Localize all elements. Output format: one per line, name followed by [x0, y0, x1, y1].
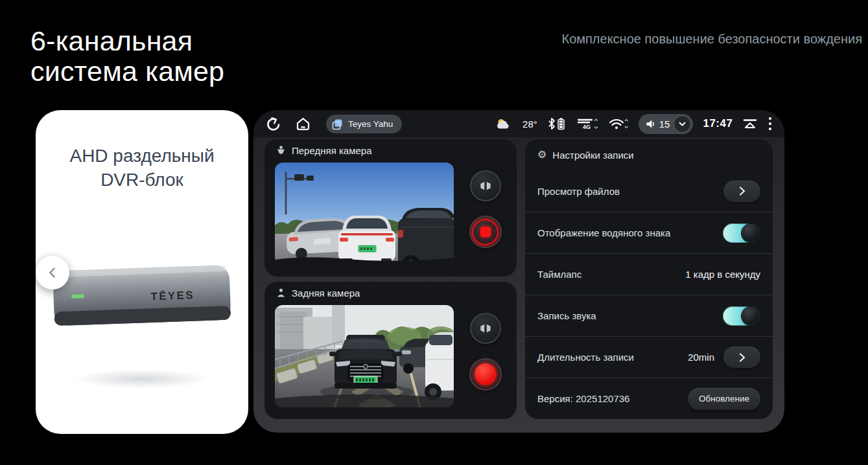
toggle-knob — [742, 224, 760, 242]
row-label: Запись звука — [537, 310, 596, 321]
page: 6-канальная система камер Комплексное по… — [0, 0, 868, 465]
rear-camera-title: Задняя камера — [292, 288, 360, 299]
speaker-icon — [646, 119, 655, 129]
front-camera-flip-button[interactable] — [470, 170, 501, 201]
settings-row-duration: Длительность записи 20min — [525, 336, 773, 378]
collapse-icon — [742, 118, 758, 130]
front-camera-feed[interactable] — [275, 163, 454, 265]
page-title: 6-канальная система камер — [30, 26, 224, 87]
front-camera-title: Передняя камера — [292, 145, 372, 156]
more-menu-button[interactable] — [768, 116, 773, 131]
network-type-label: 4G — [583, 124, 591, 130]
update-button[interactable]: Обновление — [688, 388, 760, 410]
duration-open-button[interactable] — [723, 346, 760, 368]
page-tagline: Комплексное повышение безопасности вожде… — [562, 32, 863, 47]
menu-dot — [769, 128, 771, 130]
row-label: Длительность записи — [537, 352, 634, 363]
rear-camera-header: Задняя камера — [276, 288, 360, 299]
settings-row-timelapse: Таймлапс 1 кадр в секунду — [525, 253, 773, 295]
settings-header: ⚙ Настройки записи — [525, 139, 773, 170]
rear-camera-flip-button[interactable] — [470, 313, 501, 344]
back-button[interactable] — [265, 117, 280, 131]
front-camera-icon — [276, 145, 287, 156]
temperature-label: 28° — [522, 119, 537, 130]
prev-slide-button[interactable] — [36, 256, 69, 289]
front-camera-controls — [454, 163, 517, 248]
record-icon — [475, 363, 497, 385]
record-settings-card: ⚙ Настройки записи Просмотр файлов Отобр… — [525, 139, 773, 419]
status-bar: Teyes Yahu 28° 4G — [253, 110, 784, 137]
rear-camera-record-button[interactable] — [469, 358, 502, 391]
watermark-toggle[interactable] — [723, 223, 760, 243]
duration-value: 20min — [688, 352, 714, 363]
flip-camera-icon — [478, 180, 493, 192]
app-chip[interactable]: Teyes Yahu — [326, 115, 402, 133]
timelapse-value: 1 кадр в секунду — [685, 269, 760, 280]
app-chip-label: Teyes Yahu — [348, 119, 393, 129]
volume-expand-button[interactable] — [674, 115, 691, 133]
app-switcher-icon — [331, 118, 344, 130]
front-camera-card: Передняя камера — [264, 139, 517, 277]
device-shadow — [73, 369, 211, 389]
chevron-left-icon — [46, 266, 59, 279]
row-label: Просмотр файлов — [537, 186, 620, 197]
dvr-device-image: TĒYES — [46, 251, 238, 348]
head-unit-screen: Teyes Yahu 28° 4G — [253, 110, 784, 433]
menu-dot — [769, 117, 771, 120]
mobile-signal-4g-icon: 4G — [576, 117, 598, 130]
bluetooth-battery-icon — [547, 117, 567, 130]
rear-camera-feed[interactable] — [275, 305, 454, 407]
chevron-right-icon — [739, 187, 745, 196]
wifi-icon — [608, 117, 629, 130]
menu-dot — [769, 122, 771, 125]
volume-pill[interactable]: 15 — [639, 114, 694, 134]
home-button[interactable] — [296, 117, 311, 131]
file-browser-open-button[interactable] — [723, 181, 760, 202]
settings-row-watermark: Отображение водяного знака — [525, 212, 773, 253]
flip-camera-icon — [478, 323, 493, 334]
chevron-down-icon — [679, 122, 686, 126]
settings-row-file-browser: Просмотр файлов — [525, 170, 773, 212]
weather-icon — [495, 117, 513, 130]
front-camera-header: Передняя камера — [276, 145, 372, 156]
page-title-line2: система камер — [30, 56, 224, 87]
brand-logo: TĒYES — [150, 289, 194, 302]
gear-icon: ⚙ — [537, 150, 546, 160]
rear-camera-card: Задняя камера — [264, 282, 517, 419]
home-icon — [296, 117, 311, 131]
page-title-line1: 6-канальная — [30, 26, 224, 56]
product-title-line2: DVR-блок — [36, 168, 248, 192]
version-label: Версия: 2025120736 — [537, 393, 629, 404]
product-title-line1: AHD раздельный — [36, 144, 248, 168]
rear-camera-icon — [276, 288, 287, 299]
settings-row-version: Версия: 2025120736 Обновление — [525, 378, 773, 419]
volume-level: 15 — [659, 119, 670, 130]
audio-record-toggle[interactable] — [723, 306, 760, 326]
collapse-panel-button[interactable] — [742, 118, 758, 130]
rear-camera-controls — [454, 305, 517, 391]
device-led — [71, 294, 84, 299]
product-title: AHD раздельный DVR-блок — [36, 144, 248, 192]
row-label: Отображение водяного знака — [537, 227, 670, 238]
chevron-right-icon — [739, 353, 745, 362]
clock: 17:47 — [703, 117, 733, 130]
row-label: Таймлапс — [537, 269, 581, 280]
settings-title: Настройки записи — [552, 150, 633, 161]
front-camera-record-button[interactable] — [469, 216, 502, 248]
record-stop-icon — [472, 219, 499, 245]
toggle-knob — [742, 307, 760, 325]
back-icon — [265, 117, 280, 131]
settings-row-audio: Запись звука — [525, 295, 773, 336]
